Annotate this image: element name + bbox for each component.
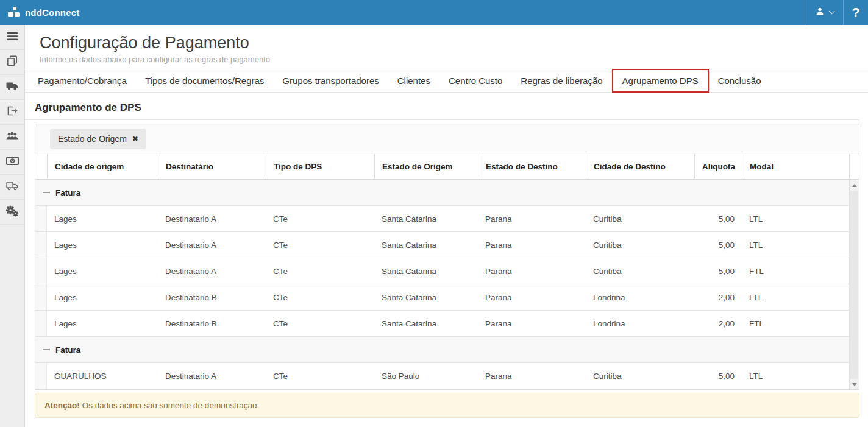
user-menu[interactable] — [805, 0, 843, 25]
tab-bar: Pagamento/CobrançaTipos de documentos/Re… — [25, 69, 868, 93]
sidebar-item-settings[interactable] — [0, 200, 24, 225]
table-row[interactable]: LagesDestinatario BCTeSanta CatarinaPara… — [35, 284, 859, 311]
table-cell: GUARULHOS — [47, 363, 158, 389]
group-label: Fatura — [55, 188, 80, 197]
users-icon — [6, 132, 18, 143]
sidebar — [0, 25, 25, 427]
table-cell: CTe — [266, 258, 374, 284]
tab-grupos-transportadores[interactable]: Grupos transportadores — [273, 69, 388, 92]
table-cell: Destinatario A — [158, 232, 266, 258]
column-header[interactable]: Estado de Origem — [374, 154, 478, 179]
table-row[interactable]: LagesDestinatario BCTeSanta CatarinaPara… — [35, 311, 859, 337]
table-cell: Lages — [47, 206, 158, 231]
tab-regras-de-libera-o[interactable]: Regras de liberação — [511, 69, 611, 92]
table-cell: Santa Catarina — [374, 206, 478, 231]
tab-conclus-o[interactable]: Conclusão — [709, 69, 770, 92]
sidebar-item-documents[interactable] — [0, 50, 24, 75]
grid-header: Cidade de origemDestinatárioTipo de DPSE… — [35, 154, 859, 180]
sidebar-item-freight[interactable] — [0, 175, 24, 200]
table-cell: Parana — [478, 232, 586, 258]
ndd-logo-icon — [8, 7, 21, 19]
table-cell: 5,00 — [694, 232, 742, 258]
user-icon — [815, 7, 825, 18]
truck-icon — [6, 81, 18, 93]
table-cell: 5,00 — [694, 363, 742, 389]
group-indent-cell — [35, 363, 47, 389]
sidebar-item-payments[interactable] — [0, 150, 24, 175]
table-cell: Destinatario B — [158, 284, 266, 310]
group-row[interactable]: Fatura — [35, 337, 859, 363]
group-chip[interactable]: Estado de Origem ✖ — [50, 129, 146, 149]
table-row[interactable]: LagesDestinatario ACTeSanta CatarinaPara… — [35, 232, 859, 258]
table-row[interactable]: LagesDestinatario ACTeSanta CatarinaPara… — [35, 258, 859, 284]
vertical-scrollbar[interactable] — [849, 180, 859, 389]
collapse-group-icon[interactable] — [43, 349, 50, 350]
remove-group-icon[interactable]: ✖ — [132, 135, 138, 143]
group-row[interactable]: Fatura — [35, 180, 859, 206]
table-cell: CTe — [266, 311, 374, 336]
brand[interactable]: nddConnect — [8, 7, 80, 19]
sidebar-item-menu[interactable] — [0, 25, 24, 50]
tab-tipos-de-documentos-regras[interactable]: Tipos de documentos/Regras — [136, 69, 273, 92]
table-cell: Lages — [47, 284, 158, 310]
table-cell: LTL — [742, 284, 849, 310]
grouping-bar: Estado de Origem ✖ — [35, 124, 859, 154]
header-spacer-cell — [35, 154, 47, 179]
scrollbar-thumb[interactable] — [850, 191, 858, 379]
table-row[interactable]: GUARULHOSDestinatario ACTeSão PauloParan… — [35, 363, 859, 389]
group-label: Fatura — [55, 345, 80, 355]
table-cell: Parana — [478, 284, 586, 310]
dps-grid: Estado de Origem ✖ Cidade de origemDesti… — [35, 124, 859, 390]
table-cell: LTL — [742, 363, 849, 389]
tab-clientes[interactable]: Clientes — [388, 69, 439, 92]
table-row[interactable]: LagesDestinatario ACTeSanta CatarinaPara… — [35, 206, 859, 232]
column-header[interactable]: Cidade de origem — [47, 154, 158, 179]
table-cell: Parana — [478, 258, 586, 284]
collapse-group-icon[interactable] — [43, 192, 50, 193]
column-header[interactable]: Estado de Destino — [478, 154, 586, 179]
table-cell: CTe — [266, 363, 374, 389]
help-button[interactable]: ? — [844, 0, 868, 25]
group-chip-label: Estado de Origem — [58, 134, 127, 144]
sidebar-item-export[interactable] — [0, 100, 24, 125]
demo-warning: Atenção!Os dados acima são somente de de… — [35, 393, 859, 418]
sidebar-item-users[interactable] — [0, 125, 24, 150]
table-cell: Curitiba — [586, 206, 694, 231]
chevron-down-icon — [828, 9, 834, 15]
table-cell: Lages — [47, 232, 158, 258]
tab-centro-custo[interactable]: Centro Custo — [439, 69, 511, 92]
table-cell: 5,00 — [694, 206, 742, 231]
table-cell: Lages — [47, 311, 158, 336]
column-header[interactable]: Alíquota — [694, 154, 742, 179]
table-cell: CTe — [266, 284, 374, 310]
column-header[interactable]: Cidade de Destino — [586, 154, 694, 179]
table-cell: Santa Catarina — [374, 311, 478, 336]
tab-agrupamento-dps[interactable]: Agrupamento DPS — [612, 69, 709, 93]
alert-title: Atenção! — [44, 401, 80, 410]
scroll-down-button[interactable] — [850, 379, 859, 389]
table-cell: Londrina — [586, 311, 694, 336]
export-document-icon — [7, 106, 18, 118]
table-cell: FTL — [742, 311, 849, 336]
column-header[interactable]: Destinatário — [158, 154, 266, 179]
table-cell: Parana — [478, 311, 586, 336]
table-cell: Santa Catarina — [374, 284, 478, 310]
column-header[interactable]: Tipo de DPS — [266, 154, 374, 179]
section-title: Agrupamento de DPS — [35, 102, 868, 114]
section-divider — [25, 119, 859, 120]
sidebar-item-transport[interactable] — [0, 75, 24, 100]
scroll-up-button[interactable] — [850, 180, 859, 190]
group-indent-cell — [35, 206, 47, 231]
table-cell: Curitiba — [586, 363, 694, 389]
app-window: nddConnect ? — [0, 0, 868, 427]
table-cell: 2,00 — [694, 284, 742, 310]
tab-pagamento-cobran-a[interactable]: Pagamento/Cobrança — [29, 69, 136, 92]
table-cell: CTe — [266, 232, 374, 258]
column-header[interactable]: Modal — [742, 154, 849, 179]
banknote-icon — [6, 157, 19, 168]
page-title: Configuração de Pagamento — [40, 33, 868, 53]
table-cell: Londrina — [586, 284, 694, 310]
group-indent-cell — [35, 232, 47, 258]
top-bar: nddConnect ? — [0, 0, 868, 25]
brand-name: nddConnect — [25, 7, 80, 18]
